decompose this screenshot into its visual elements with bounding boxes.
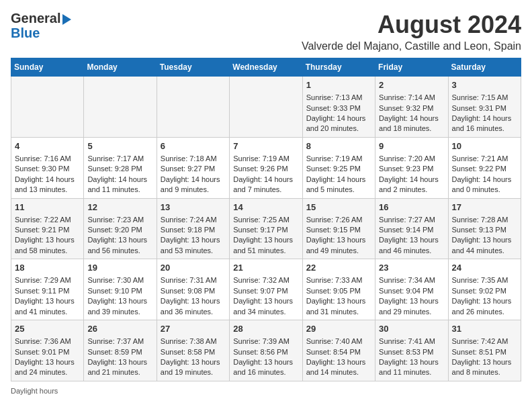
calendar-cell: 22Sunrise: 7:33 AM Sunset: 9:05 PM Dayli… [302, 259, 375, 320]
day-number: 14 [233, 201, 298, 214]
calendar-cell: 8Sunrise: 7:19 AM Sunset: 9:25 PM Daylig… [302, 137, 375, 198]
calendar-cell: 25Sunrise: 7:36 AM Sunset: 9:01 PM Dayli… [11, 320, 84, 381]
dow-friday: Friday [375, 58, 448, 77]
day-info: Sunrise: 7:38 AM Sunset: 8:58 PM Dayligh… [161, 336, 226, 378]
day-number: 29 [306, 323, 371, 335]
day-info: Sunrise: 7:19 AM Sunset: 9:25 PM Dayligh… [306, 154, 371, 195]
calendar-cell: 19Sunrise: 7:30 AM Sunset: 9:10 PM Dayli… [84, 259, 157, 320]
calendar-cell: 14Sunrise: 7:25 AM Sunset: 9:17 PM Dayli… [230, 198, 302, 259]
day-info: Sunrise: 7:26 AM Sunset: 9:15 PM Dayligh… [306, 215, 371, 257]
day-info: Sunrise: 7:16 AM Sunset: 9:30 PM Dayligh… [15, 154, 80, 195]
calendar-cell: 4Sunrise: 7:16 AM Sunset: 9:30 PM Daylig… [11, 137, 84, 198]
day-info: Sunrise: 7:23 AM Sunset: 9:20 PM Dayligh… [87, 215, 152, 257]
footer-note: Daylight hours [11, 387, 521, 395]
calendar-cell: 29Sunrise: 7:40 AM Sunset: 8:54 PM Dayli… [302, 320, 375, 381]
day-number: 28 [233, 323, 298, 335]
day-info: Sunrise: 7:42 AM Sunset: 8:51 PM Dayligh… [452, 336, 517, 378]
day-info: Sunrise: 7:28 AM Sunset: 9:13 PM Dayligh… [452, 215, 517, 257]
day-number: 1 [306, 79, 371, 91]
week-row-3: 11Sunrise: 7:22 AM Sunset: 9:21 PM Dayli… [11, 198, 521, 259]
day-info: Sunrise: 7:31 AM Sunset: 9:08 PM Dayligh… [161, 275, 226, 317]
calendar-cell: 3Sunrise: 7:15 AM Sunset: 9:31 PM Daylig… [448, 77, 521, 138]
day-info: Sunrise: 7:22 AM Sunset: 9:21 PM Dayligh… [15, 215, 80, 257]
day-number: 22 [306, 262, 371, 274]
calendar-cell: 26Sunrise: 7:37 AM Sunset: 8:59 PM Dayli… [84, 320, 157, 381]
day-info: Sunrise: 7:32 AM Sunset: 9:07 PM Dayligh… [233, 275, 298, 317]
page-header: General Blue August 2024 Valverde del Ma… [11, 11, 521, 52]
month-title: August 2024 [302, 11, 521, 39]
day-number: 5 [87, 140, 152, 152]
day-number: 20 [161, 262, 226, 274]
day-info: Sunrise: 7:33 AM Sunset: 9:05 PM Dayligh… [306, 275, 371, 317]
calendar-cell: 23Sunrise: 7:34 AM Sunset: 9:04 PM Dayli… [375, 259, 448, 320]
calendar-cell: 2Sunrise: 7:14 AM Sunset: 9:32 PM Daylig… [375, 77, 448, 138]
day-number: 21 [233, 262, 298, 274]
calendar-cell: 12Sunrise: 7:23 AM Sunset: 9:20 PM Dayli… [84, 198, 157, 259]
calendar-cell: 27Sunrise: 7:38 AM Sunset: 8:58 PM Dayli… [157, 320, 229, 381]
day-info: Sunrise: 7:24 AM Sunset: 9:18 PM Dayligh… [161, 215, 226, 257]
dow-monday: Monday [84, 58, 157, 77]
title-section: August 2024 Valverde del Majano, Castill… [302, 11, 521, 52]
calendar-cell: 5Sunrise: 7:17 AM Sunset: 9:28 PM Daylig… [84, 137, 157, 198]
calendar-cell: 16Sunrise: 7:27 AM Sunset: 9:14 PM Dayli… [375, 198, 448, 259]
dow-wednesday: Wednesday [230, 58, 302, 77]
dow-saturday: Saturday [448, 58, 521, 77]
day-number: 9 [379, 140, 444, 152]
day-info: Sunrise: 7:17 AM Sunset: 9:28 PM Dayligh… [87, 154, 152, 195]
day-info: Sunrise: 7:27 AM Sunset: 9:14 PM Dayligh… [379, 215, 444, 257]
day-number: 19 [87, 262, 152, 274]
day-info: Sunrise: 7:19 AM Sunset: 9:26 PM Dayligh… [233, 154, 298, 195]
day-number: 15 [306, 201, 371, 214]
day-info: Sunrise: 7:14 AM Sunset: 9:32 PM Dayligh… [379, 93, 444, 134]
calendar-cell: 15Sunrise: 7:26 AM Sunset: 9:15 PM Dayli… [302, 198, 375, 259]
location-subtitle: Valverde del Majano, Castille and Leon, … [302, 40, 521, 52]
calendar-cell: 1Sunrise: 7:13 AM Sunset: 9:33 PM Daylig… [302, 77, 375, 138]
day-info: Sunrise: 7:40 AM Sunset: 8:54 PM Dayligh… [306, 336, 371, 378]
day-info: Sunrise: 7:30 AM Sunset: 9:10 PM Dayligh… [87, 275, 152, 317]
week-row-1: 1Sunrise: 7:13 AM Sunset: 9:33 PM Daylig… [11, 77, 521, 138]
calendar-cell: 6Sunrise: 7:18 AM Sunset: 9:27 PM Daylig… [157, 137, 229, 198]
calendar-cell [11, 77, 84, 138]
logo: General Blue [11, 11, 71, 40]
day-number: 7 [233, 140, 298, 152]
day-number: 26 [87, 323, 152, 335]
calendar-cell: 18Sunrise: 7:29 AM Sunset: 9:11 PM Dayli… [11, 259, 84, 320]
day-number: 12 [87, 201, 152, 214]
calendar-cell: 7Sunrise: 7:19 AM Sunset: 9:26 PM Daylig… [230, 137, 302, 198]
calendar-cell [230, 77, 302, 138]
week-row-5: 25Sunrise: 7:36 AM Sunset: 9:01 PM Dayli… [11, 320, 521, 381]
day-info: Sunrise: 7:34 AM Sunset: 9:04 PM Dayligh… [379, 275, 444, 317]
day-number: 27 [161, 323, 226, 335]
calendar-cell: 9Sunrise: 7:20 AM Sunset: 9:23 PM Daylig… [375, 137, 448, 198]
day-info: Sunrise: 7:25 AM Sunset: 9:17 PM Dayligh… [233, 215, 298, 257]
day-info: Sunrise: 7:29 AM Sunset: 9:11 PM Dayligh… [15, 275, 80, 317]
day-number: 24 [452, 262, 517, 274]
week-row-4: 18Sunrise: 7:29 AM Sunset: 9:11 PM Dayli… [11, 259, 521, 320]
dow-sunday: Sunday [11, 58, 84, 77]
week-row-2: 4Sunrise: 7:16 AM Sunset: 9:30 PM Daylig… [11, 137, 521, 198]
calendar-cell: 30Sunrise: 7:41 AM Sunset: 8:53 PM Dayli… [375, 320, 448, 381]
calendar-cell: 17Sunrise: 7:28 AM Sunset: 9:13 PM Dayli… [448, 198, 521, 259]
day-number: 18 [15, 262, 80, 274]
day-info: Sunrise: 7:20 AM Sunset: 9:23 PM Dayligh… [379, 154, 444, 195]
day-info: Sunrise: 7:15 AM Sunset: 9:31 PM Dayligh… [452, 93, 517, 134]
calendar-cell: 13Sunrise: 7:24 AM Sunset: 9:18 PM Dayli… [157, 198, 229, 259]
day-info: Sunrise: 7:36 AM Sunset: 9:01 PM Dayligh… [15, 336, 80, 378]
day-number: 10 [452, 140, 517, 152]
logo-blue: Blue [11, 26, 71, 40]
day-info: Sunrise: 7:37 AM Sunset: 8:59 PM Dayligh… [87, 336, 152, 378]
logo-arrow-icon [62, 14, 71, 25]
calendar-cell: 11Sunrise: 7:22 AM Sunset: 9:21 PM Dayli… [11, 198, 84, 259]
calendar-cell [157, 77, 229, 138]
day-number: 31 [452, 323, 517, 335]
day-info: Sunrise: 7:39 AM Sunset: 8:56 PM Dayligh… [233, 336, 298, 378]
day-info: Sunrise: 7:21 AM Sunset: 9:22 PM Dayligh… [452, 154, 517, 195]
day-number: 17 [452, 201, 517, 214]
calendar-cell: 10Sunrise: 7:21 AM Sunset: 9:22 PM Dayli… [448, 137, 521, 198]
day-info: Sunrise: 7:13 AM Sunset: 9:33 PM Dayligh… [306, 93, 371, 134]
calendar-table: SundayMondayTuesdayWednesdayThursdayFrid… [11, 58, 521, 381]
logo-general: General [11, 11, 60, 26]
day-number: 6 [161, 140, 226, 152]
day-number: 3 [452, 79, 517, 91]
day-info: Sunrise: 7:35 AM Sunset: 9:02 PM Dayligh… [452, 275, 517, 317]
